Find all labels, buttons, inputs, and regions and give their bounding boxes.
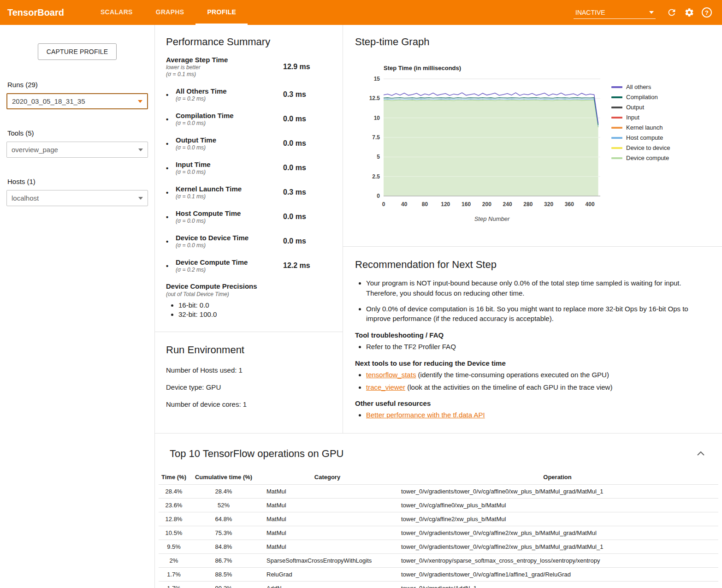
collapse-section-button[interactable]: [694, 447, 707, 460]
hosts-select-value: localhost: [12, 194, 39, 202]
table-row: 28.4% 28.4% MatMul tower_0/v/gradients/t…: [159, 485, 718, 499]
help-button[interactable]: ?: [698, 4, 716, 21]
status-dropdown-value: INACTIVE: [575, 9, 605, 16]
cell-operation: tower_0/v/gradients/tower_0/v/cg/affine2…: [397, 526, 718, 540]
cell-operation: tower_0/v/gradients/AddN_1: [397, 582, 718, 588]
cell-cumulative: 64.8%: [189, 512, 258, 526]
step-time-graph-section: Step-time Graph Step Time (in millisecon…: [343, 25, 722, 247]
svg-text:120: 120: [441, 201, 450, 208]
capture-profile-button[interactable]: CAPTURE PROFILE: [38, 43, 117, 60]
resource-links-list: Better performance with the tf.data API: [366, 410, 704, 420]
bullet-icon: •: [166, 213, 176, 221]
metric-row: • Device Compute Time (σ = 0.2 ms) 12.2 …: [166, 258, 331, 273]
tab-graphs[interactable]: GRAPHS: [144, 0, 196, 25]
cell-cumulative: 52%: [189, 499, 258, 512]
svg-text:320: 320: [544, 201, 553, 208]
app-header: TensorBoard SCALARSGRAPHSPROFILE INACTIV…: [0, 0, 722, 25]
step-time-graph-title: Step-time Graph: [355, 36, 711, 48]
svg-text:400: 400: [586, 201, 595, 208]
metric-label: Device Compute Time: [176, 258, 283, 267]
metric-label: Host Compute Time: [176, 209, 283, 218]
cell-operation: tower_0/v/xentropy/sparse_softmax_cross_…: [397, 554, 718, 568]
step-time-chart: 02.557.51012.515040801201602002402803203…: [365, 73, 605, 226]
cell-time: 2%: [159, 554, 189, 568]
legend-swatch-icon: [611, 157, 622, 159]
next-tools-heading: Next tools to use for reducing the Devic…: [355, 359, 704, 367]
svg-text:15: 15: [374, 76, 380, 82]
metric-label: Output Time: [176, 136, 283, 144]
legend-item: Device compute: [611, 154, 670, 161]
chart-block: Step Time (in milliseconds) 02.557.51012…: [365, 65, 711, 226]
metric-value: 0.0 ms: [283, 213, 331, 221]
metric-row: • Device to Device Time (σ = 0.0 ms) 0.0…: [166, 233, 331, 249]
cell-operation: tower_0/v/gradients/tower_0/v/cg/affine0…: [397, 485, 718, 499]
metric-label: All Others Time: [176, 87, 283, 95]
legend-item: Device to device: [611, 144, 670, 151]
runs-select-value: 2020_03_05_18_31_35: [12, 97, 85, 105]
svg-text:80: 80: [422, 201, 428, 208]
legend-swatch-icon: [611, 117, 622, 119]
legend-item: Compilation: [611, 94, 670, 101]
top-ops-table: Time (%) Cumulative time (%) Category Op…: [159, 470, 718, 588]
legend-label: Output: [626, 104, 644, 111]
link[interactable]: tensorflow_stats: [366, 371, 416, 379]
settings-button[interactable]: [681, 4, 698, 21]
cell-cumulative: 75.3%: [189, 526, 258, 540]
cell-cumulative: 84.8%: [189, 540, 258, 554]
metrics-list: Average Step Time lower is better (σ = 0…: [166, 55, 331, 273]
metric-value: 0.0 ms: [283, 139, 331, 148]
tab-scalars[interactable]: SCALARS: [89, 0, 144, 25]
metric-sigma: (σ = 0.2 ms): [176, 267, 283, 273]
chevron-down-icon: [649, 11, 654, 14]
recommendation-title: Recommendation for Next Step: [355, 259, 704, 271]
legend-swatch-icon: [611, 147, 622, 149]
hosts-select[interactable]: localhost: [6, 190, 148, 206]
precision-item: 16-bit: 0.0: [178, 301, 331, 309]
cell-time: 12.8%: [159, 512, 189, 526]
cell-time: 10.5%: [159, 526, 189, 540]
cell-category: MatMul: [258, 499, 397, 512]
legend-label: All others: [626, 83, 651, 90]
svg-text:12.5: 12.5: [369, 95, 380, 101]
svg-text:40: 40: [401, 201, 408, 208]
refresh-button[interactable]: [663, 4, 681, 21]
metric-value: 0.3 ms: [283, 90, 331, 99]
cell-category: MatMul: [258, 540, 397, 554]
legend-label: Device compute: [626, 154, 669, 161]
app-logo: TensorBoard: [7, 7, 64, 18]
resources-heading: Other useful resources: [355, 399, 704, 407]
list-item: trace_viewer (look at the activities on …: [366, 382, 704, 392]
help-icon: ?: [702, 7, 712, 18]
cell-operation: tower_0/v/gradients/tower_0/v/cg/affine2…: [397, 540, 718, 554]
metric-value: 0.0 ms: [283, 115, 331, 123]
link[interactable]: Better performance with the tf.data API: [366, 411, 485, 419]
chart-title: Step Time (in milliseconds): [384, 65, 711, 71]
precisions-list: 16-bit: 0.032-bit: 100.0: [178, 301, 331, 318]
table-row: 10.5% 75.3% MatMul tower_0/v/gradients/t…: [159, 526, 718, 540]
bullet-icon: •: [166, 262, 176, 270]
tab-profile[interactable]: PROFILE: [195, 0, 248, 25]
legend-label: Compilation: [626, 94, 658, 101]
cell-category: MatMul: [258, 526, 397, 540]
tools-select[interactable]: overview_page: [6, 142, 148, 158]
legend-item: Output: [611, 104, 670, 111]
performance-summary-title: Performance Summary: [166, 36, 331, 48]
faq-list: Refer to the TF2 Profiler FAQ: [366, 342, 704, 352]
link[interactable]: trace_viewer: [366, 383, 405, 391]
metric-sigma: (σ = 0.0 ms): [176, 120, 283, 127]
list-item: Better performance with the tf.data API: [366, 410, 704, 420]
svg-text:280: 280: [523, 201, 533, 208]
legend-item: Kernel launch: [611, 124, 670, 131]
gear-icon: [684, 7, 694, 18]
col-header-cumulative: Cumulative time (%): [189, 470, 258, 485]
metric-label: Average Step Time: [166, 55, 283, 64]
bullet-icon: •: [166, 164, 176, 172]
svg-text:5: 5: [377, 154, 380, 160]
metric-sigma: (σ = 0.1 ms): [176, 193, 283, 200]
runs-select[interactable]: 2020_03_05_18_31_35: [6, 93, 148, 109]
metric-row: • Output Time (σ = 0.0 ms) 0.0 ms: [166, 136, 331, 151]
svg-text:0: 0: [377, 193, 380, 199]
table-header-row: Time (%) Cumulative time (%) Category Op…: [159, 470, 718, 485]
status-dropdown[interactable]: INACTIVE: [574, 6, 656, 19]
cell-time: 1.7%: [159, 568, 189, 582]
